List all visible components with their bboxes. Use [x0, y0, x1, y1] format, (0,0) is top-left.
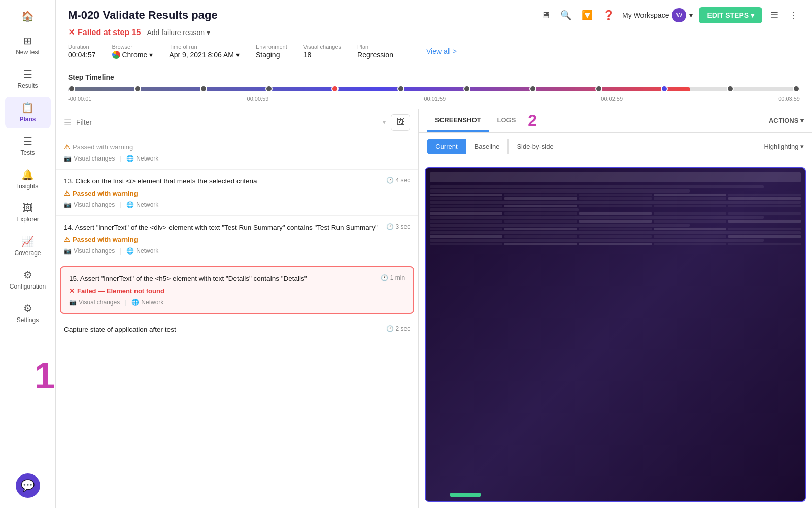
panel-tabs: SCREENSHOT LOGS 2 ACTIONS ▾: [419, 109, 812, 133]
sidebar-item-results[interactable]: ☰ Results: [5, 63, 51, 94]
view-tab-baseline[interactable]: Baseline: [466, 139, 509, 154]
step-15-time-value: 1 min: [390, 274, 405, 281]
screenshot-content: [426, 168, 805, 501]
visual-changes-link[interactable]: 📷 Visual changes: [64, 155, 115, 162]
time-label: Time of run: [169, 44, 240, 50]
ss-cell: [654, 228, 726, 230]
home-icon: 🏠: [21, 10, 34, 22]
meta-divider: |: [120, 201, 121, 208]
step-card-capture[interactable]: Capture state of application after test …: [56, 318, 418, 345]
sidebar-item-insights[interactable]: 🔔 Insights: [5, 164, 51, 195]
warning-icon: ⚠: [64, 143, 70, 151]
visual-changes-text: Visual changes: [74, 201, 115, 208]
more-options-icon-btn[interactable]: ⋮: [787, 8, 800, 23]
network-text: Network: [136, 201, 158, 208]
step-14-status-text: Passed with warning: [73, 236, 138, 243]
screenshot-toggle-btn[interactable]: 🖼: [391, 114, 410, 131]
step-card-header-15: 15. Assert "innerText" of the <h5> eleme…: [69, 274, 405, 284]
visual-changes-link-13[interactable]: 📷 Visual changes: [64, 201, 115, 208]
browser-text: Chrome: [122, 51, 148, 59]
failed-icon: ✕: [69, 287, 75, 295]
workspace-button[interactable]: My Workspace W ▾: [622, 8, 693, 22]
camera-icon: 📷: [64, 247, 72, 255]
network-link-14[interactable]: 🌐 Network: [126, 247, 158, 255]
step-14-status: ⚠ Passed with warning: [64, 236, 410, 243]
network-link-13[interactable]: 🌐 Network: [126, 201, 158, 208]
chat-button[interactable]: 💬: [16, 473, 40, 498]
sidebar-item-plans[interactable]: 📋 Plans: [5, 97, 51, 128]
tab-logs[interactable]: LOGS: [489, 110, 524, 132]
step-card-prev[interactable]: ⚠ Passed with warning 📷 Visual changes |…: [56, 136, 418, 170]
filter-input[interactable]: [76, 118, 378, 126]
warning-icon: ⚠: [64, 236, 70, 243]
sidebar-item-explorer[interactable]: 🖼 Explorer: [5, 197, 51, 228]
visual-changes-text: Visual changes: [74, 155, 115, 162]
step-capture-title: Capture state of application after test: [64, 325, 386, 335]
edit-steps-button[interactable]: EDIT STEPS ▾: [699, 7, 762, 23]
meta-divider: [410, 42, 410, 60]
add-failure-reason[interactable]: Add failure reason ▾: [147, 28, 211, 37]
sidebar-item-new-test[interactable]: ⊞ New test: [5, 29, 51, 61]
ss-table-row: [430, 228, 801, 230]
clock-icon: 🕐: [386, 325, 394, 332]
ss-row: [430, 185, 764, 188]
network-text: Network: [136, 247, 158, 255]
timeline-label-1: 00:00:59: [247, 96, 269, 102]
ss-cell: [728, 197, 801, 200]
network-icon: 🌐: [126, 201, 134, 208]
network-text: Network: [141, 299, 163, 306]
sidebar-item-home[interactable]: 🏠: [5, 5, 51, 27]
list-view-icon-btn[interactable]: ☰: [768, 8, 781, 23]
view-tab-current[interactable]: Current: [427, 139, 466, 154]
filter-icon-btn[interactable]: 🔽: [580, 8, 595, 23]
camera-icon: 📷: [64, 155, 72, 162]
sidebar-item-tests[interactable]: ☰ Tests: [5, 130, 51, 162]
search-icon-btn[interactable]: 🔍: [558, 8, 573, 23]
status-row: ✕ Failed at step 15 Add failure reason ▾: [68, 27, 800, 37]
sidebar-item-label: Results: [17, 82, 38, 89]
steps-list: ☰ ▾ 🖼 ⚠ Passed with warning 📷 Visual cha…: [56, 109, 419, 508]
step-13-time-value: 4 sec: [396, 177, 411, 184]
timeline-dot: [727, 85, 734, 92]
filter-chevron-icon: ▾: [383, 119, 386, 126]
plan-meta: Plan Regression: [357, 44, 393, 59]
visual-changes-link-14[interactable]: 📷 Visual changes: [64, 247, 115, 255]
ss-cell: [654, 194, 726, 196]
add-failure-chevron: ▾: [207, 28, 210, 37]
timeline-title: Step Timeline: [68, 73, 800, 81]
ss-green-bar: [450, 493, 481, 497]
sidebar-item-configuration[interactable]: ⚙ Configuration: [5, 264, 51, 295]
workspace-chevron: ▾: [689, 11, 693, 19]
timeline-dot: [68, 85, 75, 92]
clock-icon: 🕐: [386, 177, 394, 184]
sidebar-item-label: New test: [16, 49, 40, 56]
step-card-15[interactable]: 15. Assert "innerText" of the <h5> eleme…: [60, 266, 414, 314]
highlighting-button[interactable]: Highlighting ▾: [764, 143, 804, 150]
step-card-13[interactable]: 13. Click on the first <i> element that …: [56, 170, 418, 216]
help-icon-btn[interactable]: ❓: [601, 8, 616, 23]
ss-cell: [579, 212, 652, 215]
timeline-track: [68, 87, 800, 91]
ss-cell: [430, 194, 502, 196]
view-all-link[interactable]: View all >: [426, 47, 457, 55]
visual-changes-link-15[interactable]: 📷 Visual changes: [69, 299, 120, 306]
sidebar-item-settings[interactable]: ⚙ Settings: [5, 297, 51, 329]
chat-icon: 💬: [21, 479, 35, 492]
steps-panel: ☰ ▾ 🖼 ⚠ Passed with warning 📷 Visual cha…: [56, 109, 812, 508]
browser-value[interactable]: Chrome ▾: [112, 51, 153, 59]
chrome-icon: [112, 51, 120, 59]
step-15-status-text: Failed — Element not found: [77, 287, 164, 295]
timeline-label-0: -00:00:01: [68, 96, 91, 102]
ss-table-row: [430, 243, 801, 245]
view-tab-sidebyside[interactable]: Side-by-side: [508, 139, 562, 154]
actions-button[interactable]: ACTIONS ▾: [769, 117, 804, 124]
environment-value: Staging: [256, 51, 287, 59]
tab-screenshot[interactable]: SCREENSHOT: [427, 110, 489, 132]
network-link[interactable]: 🌐 Network: [126, 155, 158, 162]
sidebar-item-coverage[interactable]: 📈 Coverage: [5, 230, 51, 262]
monitor-icon-btn[interactable]: 🖥: [539, 8, 552, 23]
time-value[interactable]: Apr 9, 2021 8:06 AM ▾: [169, 51, 240, 59]
network-link-15[interactable]: 🌐 Network: [131, 299, 163, 306]
step-card-14[interactable]: 14. Assert "innerText" of the <div> elem…: [56, 216, 418, 262]
ss-cell: [504, 212, 577, 215]
